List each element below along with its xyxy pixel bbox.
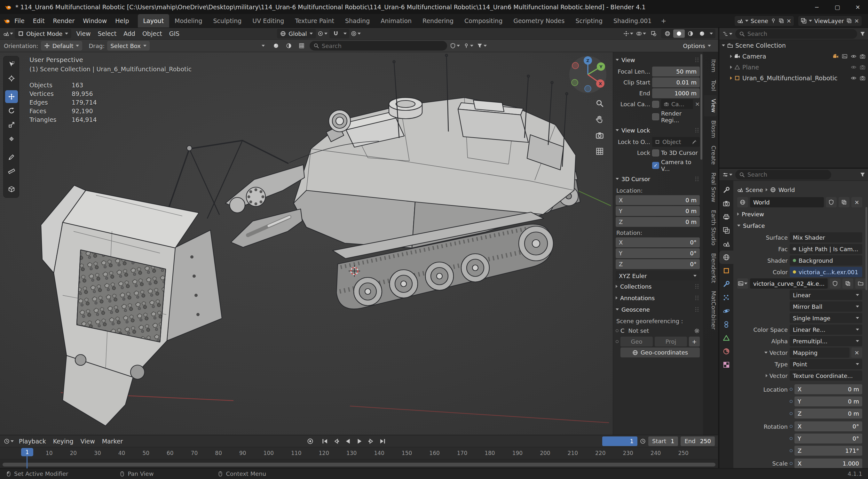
tool-cursor[interactable] xyxy=(5,72,18,85)
shading-rendered-button[interactable] xyxy=(696,29,708,38)
snap-magnet-icon[interactable] xyxy=(330,29,342,38)
section-collections[interactable]: Collections xyxy=(616,280,700,292)
menubar-menu[interactable]: Help xyxy=(111,14,133,28)
proj-button[interactable]: Proj xyxy=(655,337,687,347)
sidebar-tab[interactable]: MatCombiner xyxy=(704,287,717,333)
section-geoscene[interactable]: Geoscene xyxy=(616,304,700,315)
clip-start-field[interactable]: 0.01 m xyxy=(652,78,700,87)
new-copy-button[interactable] xyxy=(839,197,849,207)
hide-viewport-icon[interactable] xyxy=(851,75,857,81)
frame-start-field[interactable]: Start1 xyxy=(648,437,678,446)
tab-render[interactable] xyxy=(719,197,733,210)
orientation-dropdown[interactable]: Default xyxy=(41,41,83,51)
proj-radio[interactable] xyxy=(616,340,619,343)
tool-scale[interactable] xyxy=(5,118,18,131)
shading-solid-button[interactable] xyxy=(673,29,685,38)
tool-annotate[interactable] xyxy=(5,151,18,163)
navigation-gizmo[interactable]: Z Y X xyxy=(568,55,608,96)
tool-measure[interactable] xyxy=(5,165,18,178)
ortho-grid-icon[interactable] xyxy=(594,146,606,157)
keyframe-dot[interactable] xyxy=(789,388,793,391)
viewlayer-selector[interactable]: ViewLayer ✕ xyxy=(798,16,862,26)
pan-hand-icon[interactable] xyxy=(594,114,606,125)
crs-radio[interactable] xyxy=(616,329,619,332)
viewport-menu[interactable]: Select xyxy=(94,30,120,37)
copy-icon[interactable] xyxy=(846,18,852,24)
color-image-link-field[interactable]: victoria_c...k.exr.001 xyxy=(789,267,862,277)
world-browse-button[interactable] xyxy=(737,197,748,207)
outliner-row-uran6[interactable]: Uran_6_Multifunctional_Robotic xyxy=(719,72,868,84)
geo-coordinates-button[interactable]: Geo-coordinates xyxy=(620,348,700,357)
auto-keying-button[interactable] xyxy=(307,438,314,445)
tab-modifiers[interactable] xyxy=(719,277,733,291)
toggle-xray-button[interactable] xyxy=(648,29,659,38)
snap-group[interactable] xyxy=(330,29,349,38)
image-name-field[interactable]: victoria_curve_02_4k.e... xyxy=(750,278,828,289)
maximize-button[interactable]: ▢ xyxy=(827,0,847,14)
drag-dropdown[interactable]: Select Box xyxy=(107,41,150,51)
timeline-menu[interactable]: Playback xyxy=(16,438,50,445)
local-camera-field[interactable]: Ca... xyxy=(661,99,693,109)
properties-search[interactable] xyxy=(735,170,831,180)
open-image-button[interactable] xyxy=(855,278,866,289)
snap-dropdown[interactable] xyxy=(342,29,349,38)
show-overlays-button[interactable] xyxy=(636,29,646,38)
vector-mapping-field[interactable]: Mapping xyxy=(789,348,849,358)
properties-scrollbar[interactable] xyxy=(865,207,867,290)
cursor-location-field[interactable]: X0 m xyxy=(616,195,700,205)
breadcrumb-scene[interactable]: Scene xyxy=(745,186,763,193)
shader-field[interactable]: Background xyxy=(789,255,862,266)
keyframe-dot[interactable] xyxy=(789,425,793,428)
sidebar-tab[interactable]: Create xyxy=(704,142,717,169)
shading-material-button[interactable] xyxy=(685,29,696,38)
disclosure-icon[interactable] xyxy=(722,44,725,47)
location-x-field[interactable]: X0 m xyxy=(795,384,862,394)
color-space-dropdown[interactable]: Linear Re... xyxy=(789,325,862,335)
fake-user-button[interactable] xyxy=(826,197,837,207)
outliner-row-plane[interactable]: Plane xyxy=(719,62,868,72)
disable-render-icon[interactable] xyxy=(860,64,865,70)
cursor-rotation-field[interactable]: Z0° xyxy=(616,259,700,269)
surface-shader-dropdown[interactable]: Mix Shader xyxy=(789,232,862,243)
search-input[interactable] xyxy=(322,42,443,49)
interpolation-dropdown[interactable]: Linear xyxy=(789,290,862,300)
timeline-playhead[interactable]: 1 xyxy=(21,448,33,456)
sidebar-tab[interactable]: Item xyxy=(704,55,717,76)
pin-icon[interactable] xyxy=(771,18,776,24)
outliner-row-scene-collection[interactable]: Scene Collection xyxy=(719,40,868,51)
workspace-tab[interactable]: Animation xyxy=(375,14,417,28)
npanel-scrollbar[interactable] xyxy=(701,54,702,160)
unlink-icon[interactable]: ✕ xyxy=(786,18,791,24)
copy-icon[interactable] xyxy=(778,18,784,24)
grip-icon[interactable] xyxy=(694,306,700,312)
location-y-field[interactable]: Y0 m xyxy=(795,396,862,407)
tab-constraints[interactable] xyxy=(719,318,733,331)
transform-orientation-dropdown[interactable]: Global xyxy=(277,29,316,38)
focal-length-field[interactable]: 50 mm xyxy=(652,66,700,77)
sidebar-tab[interactable]: Tool xyxy=(704,76,717,95)
filter-icon[interactable] xyxy=(860,172,865,178)
timeline-menu[interactable]: Marker xyxy=(98,438,127,445)
frame-end-field[interactable]: End250 xyxy=(681,437,715,446)
sidebar-tab[interactable]: BlenderKit xyxy=(704,249,717,287)
tab-particles[interactable] xyxy=(719,291,733,304)
remove-node-button[interactable]: ✕ xyxy=(851,348,862,358)
workspace-tab[interactable]: Compositing xyxy=(459,14,508,28)
zoom-icon[interactable] xyxy=(594,98,606,109)
tab-output[interactable] xyxy=(719,210,733,224)
cursor-rotation-field[interactable]: X0° xyxy=(616,237,700,247)
keyframe-dot[interactable] xyxy=(789,437,793,440)
scale-x-field[interactable]: X1.000 xyxy=(795,458,862,469)
tool-extra-dropdown[interactable] xyxy=(258,41,269,51)
menubar-menu[interactable]: Window xyxy=(79,14,111,28)
section-annotations[interactable]: Annotations xyxy=(616,292,700,304)
workspace-tab[interactable]: Geometry Nodes xyxy=(508,14,570,28)
cursor-location-field[interactable]: Z0 m xyxy=(616,217,700,227)
projection-dropdown[interactable]: Mirror Ball xyxy=(789,301,862,312)
pivot-point-button[interactable] xyxy=(317,29,328,38)
keyframe-dot[interactable] xyxy=(789,462,793,465)
outliner-editor-type-button[interactable] xyxy=(722,29,733,39)
outliner-row-camera[interactable]: Camera xyxy=(719,51,868,62)
options-dropdown[interactable]: Options xyxy=(680,41,714,51)
tab-scene[interactable] xyxy=(719,237,733,250)
